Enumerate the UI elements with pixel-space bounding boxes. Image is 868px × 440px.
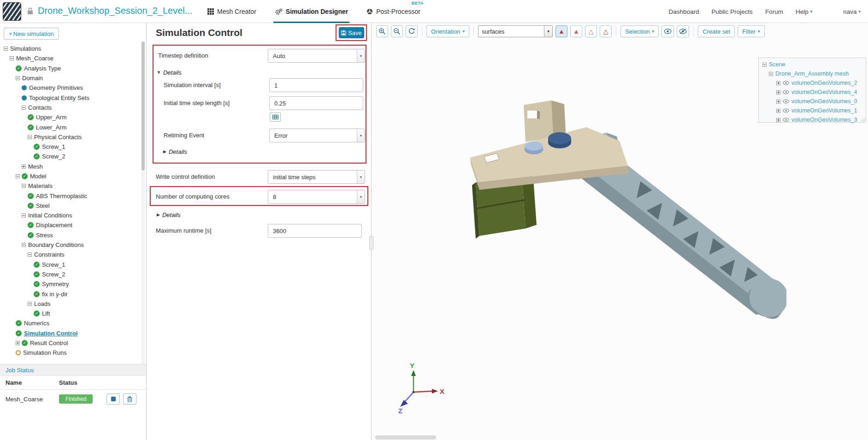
drone-arm-model[interactable] [455,88,786,346]
scene-volume-item[interactable]: volumeOnGeoVolumes_1 [759,106,866,115]
selection-button[interactable]: Selection ▾ [620,25,659,37]
tree-item-analysis-type[interactable]: Analysis Type [0,64,138,73]
eye-icon[interactable] [783,99,789,104]
tree-item-constraints[interactable]: Constraints [0,250,138,259]
tree-item-steel[interactable]: Steel [0,201,138,211]
wireframe-toggle[interactable]: △ [585,25,597,37]
sidebar-scrollbar[interactable] [142,41,145,364]
timestep-definition-select[interactable]: Auto ▼ [268,49,365,63]
expand-icon[interactable] [776,90,780,94]
tree-item-mesh-coarse[interactable]: Mesh_Coarse [0,53,138,63]
computing-cores-select[interactable]: 8 ▼ [268,190,365,204]
expand-icon[interactable] [16,341,20,345]
orientation-button[interactable]: Orientation ▾ [426,25,469,37]
render-mode-select[interactable]: surfaces ▼ [478,25,553,37]
tree-item-geometry-primitives[interactable]: Geometry Primitives [0,83,138,93]
collapse-icon[interactable] [22,213,26,217]
scrollbar-thumb[interactable] [142,41,145,170]
tree-item-upper-arm[interactable]: Upper_Arm [0,112,138,122]
tab-mesh-creator[interactable]: Mesh Creator [206,0,258,23]
expand-icon[interactable] [776,118,780,122]
viewport-canvas[interactable]: Orientation ▾ surfaces ▼ ▲ ▲ △ △ Selecti… [372,23,868,440]
filter-button[interactable]: Filter ▾ [738,25,764,37]
tree-item-loads[interactable]: Loads [0,299,138,309]
tree-item-lower-arm[interactable]: Lower_Arm [0,122,138,132]
collapse-icon[interactable] [28,252,32,257]
collapse-icon[interactable] [4,47,8,51]
tree-item-simulation-runs[interactable]: Simulation Runs [0,348,138,358]
tree-item-screw-2[interactable]: Screw_2 [0,152,138,161]
table-input-button[interactable] [270,112,281,122]
collapse-icon[interactable] [22,243,26,247]
collapse-icon[interactable] [22,106,26,110]
tree-item-contacts[interactable]: Contacts [0,103,138,112]
tree-item-symmetry[interactable]: Symmetry [0,279,138,289]
show-selection-button[interactable] [661,25,674,37]
scene-volume-item[interactable]: volumeOnGeoVolumes_3 [759,115,866,124]
collapse-icon[interactable] [28,135,32,139]
tree-item-abs-thermoplastic[interactable]: ABS Thermoplastic [0,191,138,200]
tree-item-domain[interactable]: Domain [0,73,138,83]
write-control-select[interactable]: initial time steps ▼ [268,170,365,184]
details-toggle-closed-2[interactable]: ▶ Details [157,211,181,218]
eye-icon[interactable] [783,90,789,94]
scene-tree-assembly[interactable]: Drone_Arm_Assembly mesh [759,69,866,78]
tree-item-topological-entity-sets[interactable]: Topological Entity Sets [0,93,138,102]
tree-item-stress[interactable]: Stress [0,230,138,240]
details-toggle-open[interactable]: ▼ Details [157,69,182,76]
tree-item-initial-conditions[interactable]: Initial Conditions [0,211,138,220]
tree-item-screw-1[interactable]: Screw_1 [0,260,138,270]
tree-item-numerics[interactable]: Numerics [0,318,138,328]
expand-icon[interactable] [776,109,780,113]
tree-item-displacement[interactable]: Displacement [0,220,138,230]
tree-item-screw-2[interactable]: Screw_2 [0,270,138,279]
new-simulation-button[interactable]: + New simulation [4,28,59,40]
menu-user[interactable]: nava▾ [843,8,861,15]
outline-toggle[interactable]: △ [600,25,612,37]
collapse-icon[interactable] [769,72,773,76]
collapse-icon[interactable] [22,184,26,188]
tree-item-simulation-control[interactable]: Simulation Control [0,329,138,338]
expand-icon[interactable] [776,100,780,104]
scene-volume-item[interactable]: volumeOnGeoVolumes_2 [759,78,866,88]
collapse-icon[interactable] [10,56,14,60]
expand-icon[interactable] [776,81,780,85]
collapse-icon[interactable] [28,302,32,306]
horizontal-scrollbar[interactable] [375,435,436,440]
collapse-icon[interactable] [16,76,20,80]
tree-item-model[interactable]: Model [0,171,138,181]
link-public-projects[interactable]: Public Projects [712,8,753,15]
scene-tree-root[interactable]: Scene [759,60,866,69]
scene-volume-item[interactable]: volumeOnGeoVolumes_0 [759,97,866,106]
collapse-icon[interactable] [16,174,20,178]
create-set-button[interactable]: Create set [698,25,735,37]
reset-view-button[interactable] [406,25,418,37]
link-forum[interactable]: Forum [765,8,783,15]
expand-icon[interactable] [22,164,26,169]
retiming-event-select[interactable]: Error ▼ [269,129,365,142]
eye-icon[interactable] [783,117,789,122]
tree-item-boundary-conditions[interactable]: Boundary Conditions [0,240,138,250]
tree-item-fix-in-y-dir[interactable]: fix in y-dir [0,289,138,299]
tree-item-lift[interactable]: Lift [0,309,138,318]
link-dashboard[interactable]: Dashboard [669,8,699,15]
tree-item-result-control[interactable]: Result Control [0,338,138,348]
surface-shaded-toggle[interactable]: ▲ [555,25,567,37]
initial-timestep-input[interactable] [269,96,363,110]
eye-icon[interactable] [783,108,789,113]
max-runtime-input[interactable] [268,224,362,238]
tree-item-mesh[interactable]: Mesh [0,162,138,171]
delete-job-button[interactable] [123,393,136,405]
tree-item-simulations[interactable]: Simulations [0,44,138,53]
scene-volume-item[interactable]: volumeOnGeoVolumes_4 [759,88,866,97]
tree-item-physical-contacts[interactable]: Physical Contacts [0,132,138,142]
menu-help[interactable]: Help▾ [796,8,812,15]
surface-edges-toggle[interactable]: ▲ [570,25,582,37]
details-toggle-closed-1[interactable]: ▶ Details [163,148,187,155]
eye-icon[interactable] [783,81,789,85]
panel-resize-handle[interactable] [369,236,373,250]
app-logo[interactable] [3,2,21,21]
simulation-interval-input[interactable] [269,78,363,92]
stop-job-button[interactable] [106,393,120,405]
hide-selection-button[interactable] [677,25,689,37]
